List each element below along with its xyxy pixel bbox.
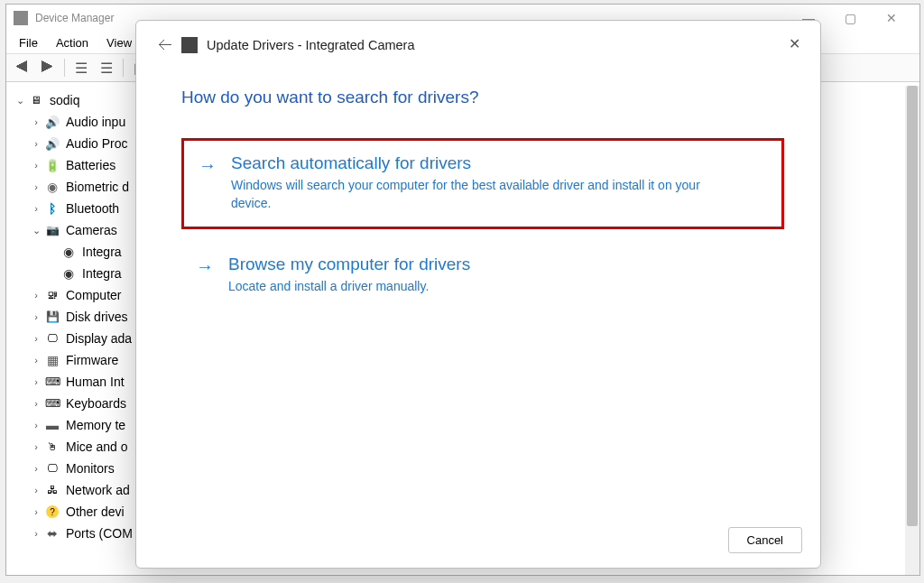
- human-icon: [44, 374, 60, 390]
- fingerprint-icon: [44, 179, 60, 195]
- firmware-icon: [44, 352, 60, 368]
- network-icon: [44, 482, 60, 498]
- dialog-back-button[interactable]: 🡠: [158, 37, 172, 53]
- dialog-title: How do you want to search for drivers?: [136, 60, 820, 125]
- dialog-header-text: Update Drivers - Integrated Camera: [207, 38, 415, 52]
- speaker-icon: [44, 135, 60, 152]
- menu-action[interactable]: Action: [49, 34, 96, 51]
- tree-root-label: sodiq: [50, 93, 79, 107]
- device-icon: [181, 37, 198, 53]
- camera-icon: [44, 222, 60, 238]
- option1-title: Search automatically for drivers: [231, 153, 767, 173]
- toolbar-icon-1[interactable]: ☰: [70, 57, 92, 79]
- webcam-icon: [60, 244, 77, 260]
- bluetooth-icon: [44, 200, 60, 217]
- browse-computer-option[interactable]: → Browse my computer for drivers Locate …: [181, 242, 784, 310]
- memory-icon: [44, 417, 60, 433]
- back-button[interactable]: ⯇: [12, 57, 33, 79]
- app-icon: [14, 11, 28, 25]
- scrollbar[interactable]: [905, 86, 919, 575]
- monitor-icon: [44, 460, 60, 477]
- option2-desc: Locate and install a driver manually.: [228, 278, 698, 296]
- arrow-icon: →: [196, 256, 216, 296]
- speaker-icon: [44, 114, 60, 130]
- option1-desc: Windows will search your computer for th…: [231, 177, 700, 212]
- maximize-button[interactable]: ▢: [829, 5, 871, 32]
- search-automatically-option[interactable]: → Search automatically for drivers Windo…: [181, 138, 784, 229]
- battery-icon: [44, 157, 60, 173]
- display-icon: [44, 330, 60, 347]
- mouse-icon: [44, 439, 60, 455]
- menu-view[interactable]: View: [99, 34, 139, 51]
- close-button[interactable]: ✕: [871, 5, 912, 32]
- keyboard-icon: [44, 395, 60, 412]
- ports-icon: [44, 525, 60, 541]
- computer2-icon: [44, 287, 60, 303]
- dialog-close-button[interactable]: ✕: [781, 30, 808, 57]
- forward-button[interactable]: ⯈: [37, 57, 59, 79]
- toolbar-icon-2[interactable]: ☰: [96, 57, 117, 79]
- disk-icon: [44, 309, 60, 325]
- option2-title: Browse my computer for drivers: [228, 254, 770, 274]
- webcam-icon: [60, 265, 77, 282]
- computer-icon: [28, 92, 44, 108]
- update-drivers-dialog: ✕ 🡠 Update Drivers - Integrated Camera H…: [135, 20, 821, 569]
- cancel-button[interactable]: Cancel: [728, 527, 802, 553]
- arrow-icon: →: [199, 155, 218, 212]
- other-icon: [44, 504, 60, 520]
- menu-file[interactable]: File: [12, 34, 45, 51]
